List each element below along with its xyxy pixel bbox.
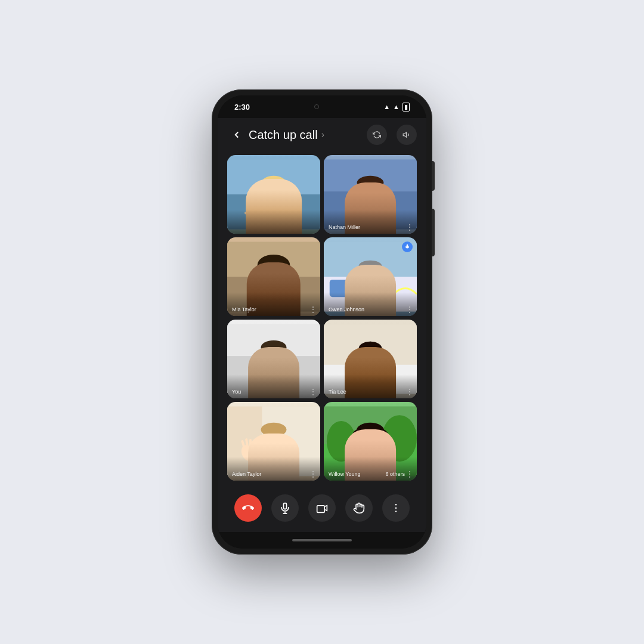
svg-point-56 — [365, 357, 368, 361]
participant-name-6: Tia Lee — [329, 389, 346, 395]
svg-point-27 — [260, 280, 264, 283]
svg-rect-36 — [372, 273, 379, 278]
svg-point-21 — [262, 263, 286, 291]
svg-point-48 — [267, 356, 269, 359]
participant-more-2[interactable]: ⋮ — [406, 223, 413, 231]
svg-point-44 — [261, 340, 287, 354]
participant-tile-7[interactable]: Aiden Taylor ⋮ — [227, 402, 320, 481]
battery-icon: ▮ — [402, 103, 410, 112]
tile-gradient-1 — [227, 210, 320, 234]
participant-tile-8[interactable]: Willow Young 6 others ⋮ — [324, 402, 417, 481]
phone-device: 2:30 ▲ ▲ ▮ Catch up call › — [212, 89, 432, 555]
top-bar: Catch up call › — [218, 118, 426, 151]
participant-name-2: Nathan Miller — [329, 224, 360, 230]
participant-more-6[interactable]: ⋮ — [406, 388, 413, 396]
chevron-right-icon: › — [321, 129, 324, 140]
participant-name-3: Mia Taylor — [232, 306, 256, 312]
svg-point-7 — [276, 191, 280, 196]
svg-point-63 — [268, 439, 271, 442]
phone-screen: 2:30 ▲ ▲ ▮ Catch up call › — [218, 95, 426, 549]
svg-point-80 — [373, 440, 376, 444]
audio-output-button[interactable] — [397, 125, 417, 145]
svg-point-86 — [395, 511, 397, 513]
svg-point-39 — [374, 274, 377, 277]
home-indicator — [218, 532, 426, 549]
svg-point-73 — [382, 415, 417, 462]
svg-rect-83 — [317, 506, 325, 513]
svg-point-34 — [359, 261, 382, 273]
call-title-wrap: Catch up call › — [249, 128, 367, 142]
raise-hand-button[interactable] — [345, 494, 373, 522]
svg-point-84 — [395, 504, 397, 506]
tile-gradient-5 — [227, 374, 320, 398]
tile-gradient-4 — [324, 292, 417, 316]
call-title: Catch up call — [249, 128, 318, 142]
svg-line-69 — [253, 442, 255, 449]
signal-icon: ▲ — [393, 103, 400, 110]
participant-more-4[interactable]: ⋮ — [406, 305, 413, 314]
top-actions — [367, 125, 417, 145]
video-grid: Nathan Miller ⋮ — [218, 151, 426, 484]
svg-point-5 — [261, 176, 287, 192]
participant-name-7: Aiden Taylor — [232, 471, 261, 477]
participant-more-8[interactable]: ⋮ — [406, 470, 413, 478]
rotate-camera-button[interactable] — [367, 125, 387, 145]
svg-point-26 — [276, 275, 280, 279]
svg-point-13 — [358, 181, 383, 209]
more-options-button[interactable] — [382, 494, 410, 522]
app-content: Catch up call › — [218, 118, 426, 532]
svg-point-22 — [258, 255, 290, 275]
participant-more-7[interactable]: ⋮ — [309, 470, 317, 478]
participant-tile-1[interactable] — [227, 155, 320, 234]
svg-point-6 — [268, 191, 271, 196]
svg-rect-46 — [274, 355, 280, 360]
participant-more-5[interactable]: ⋮ — [309, 388, 317, 396]
camera-dot-icon — [314, 104, 319, 109]
svg-point-85 — [395, 507, 397, 509]
camera-button[interactable] — [308, 494, 336, 522]
back-button[interactable] — [227, 125, 246, 144]
svg-point-55 — [366, 342, 375, 349]
svg-point-4 — [261, 180, 287, 209]
svg-point-72 — [327, 421, 356, 462]
tile-gradient-3 — [227, 292, 320, 316]
svg-point-23 — [255, 264, 269, 281]
bottom-controls — [218, 484, 426, 532]
participant-name-5: You — [232, 389, 241, 395]
svg-rect-35 — [361, 273, 369, 278]
end-call-button[interactable] — [234, 494, 262, 522]
svg-point-75 — [358, 428, 383, 457]
participant-name-4: Owen Johnson — [329, 306, 364, 312]
svg-point-43 — [262, 345, 286, 371]
participant-tile-3[interactable]: Mia Taylor ⋮ — [227, 237, 320, 316]
svg-point-76 — [357, 423, 385, 439]
svg-point-77 — [352, 430, 364, 448]
participant-tile-2[interactable]: Nathan Miller ⋮ — [324, 155, 417, 234]
participant-more-3[interactable]: ⋮ — [309, 305, 317, 314]
status-icons: ▲ ▲ ▮ — [383, 103, 410, 112]
svg-point-78 — [377, 430, 389, 448]
home-bar — [292, 539, 352, 541]
svg-point-16 — [364, 191, 368, 196]
svg-point-17 — [373, 191, 376, 196]
tile-gradient-6 — [324, 374, 417, 398]
svg-rect-45 — [264, 355, 271, 360]
status-bar: 2:30 ▲ ▲ ▮ — [218, 95, 426, 118]
svg-point-64 — [276, 439, 279, 442]
participant-tile-6[interactable]: Tia Lee ⋮ — [324, 320, 417, 398]
audio-badge-4 — [402, 242, 413, 252]
svg-point-62 — [261, 423, 287, 436]
svg-point-79 — [364, 440, 368, 444]
participant-tile-5[interactable]: You ⋮ — [227, 320, 320, 398]
svg-point-25 — [268, 275, 271, 279]
mute-button[interactable] — [271, 494, 299, 522]
svg-point-33 — [358, 263, 383, 291]
svg-marker-0 — [403, 132, 406, 137]
svg-point-38 — [364, 274, 366, 277]
participant-tile-4[interactable]: Owen Johnson ⋮ — [324, 237, 417, 316]
status-time: 2:30 — [234, 103, 250, 112]
svg-point-57 — [373, 357, 376, 361]
svg-point-24 — [278, 264, 292, 281]
svg-point-14 — [357, 176, 384, 190]
others-count-badge[interactable]: 6 others — [385, 471, 405, 477]
